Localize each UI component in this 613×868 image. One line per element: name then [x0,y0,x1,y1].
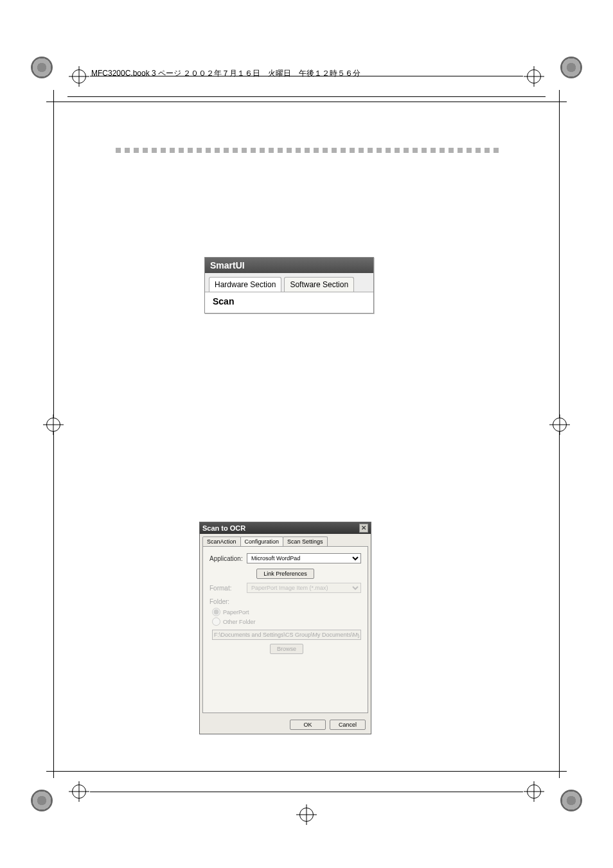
register-mark-icon [553,418,567,432]
cancel-button[interactable]: Cancel [330,720,366,730]
register-mark-icon [527,784,541,799]
smartui-window: SmartUI Hardware Section Software Sectio… [204,257,374,314]
folder-options: PaperPort Other Folder Browse [212,608,361,654]
register-mark-icon [72,784,86,799]
scan-to-ocr-dialog: Scan to OCR ✕ ScanAction Configuration S… [199,522,371,734]
register-mark-icon [299,808,314,822]
smartui-titlebar: SmartUI [205,258,373,273]
ok-button[interactable]: OK [290,720,326,730]
browse-button: Browse [270,644,303,654]
smartui-body-label: Scan [205,292,373,313]
application-label: Application: [209,555,243,562]
crop-line [46,102,567,102]
dialog-panel: Application: Microsoft WordPad Link Pref… [202,546,368,713]
dialog-titlebar: Scan to OCR ✕ [200,522,371,534]
crop-line [67,96,546,97]
register-mark-icon [72,69,86,84]
crop-hole-icon [560,790,582,811]
register-mark-icon [527,69,541,84]
smartui-tabstrip: Hardware Section Software Section [205,273,373,292]
tab-scanaction[interactable]: ScanAction [202,536,241,546]
close-button[interactable]: ✕ [359,524,368,533]
radio-paperport [212,608,220,616]
page-header-text: MFC3200C.book 3 ページ ２００２年７月１６日 火曜日 午後１２時… [91,68,360,79]
tab-hardware-section[interactable]: Hardware Section [209,277,281,292]
radio-other-folder [212,617,220,626]
crop-line [46,771,567,772]
dialog-tabstrip: ScanAction Configuration Scan Settings [200,534,371,546]
tab-scansettings[interactable]: Scan Settings [283,536,328,546]
format-label: Format: [209,585,243,592]
format-select: PaperPort Image Item (*.max) [247,583,361,593]
link-preferences-button[interactable]: Link Preferences [256,569,314,579]
crop-hole-icon [560,57,582,78]
register-mark-icon [46,418,60,432]
folder-label: Folder: [209,598,361,605]
crop-hole-icon [31,790,53,811]
application-select[interactable]: Microsoft WordPad [247,553,361,563]
section-divider [116,148,497,153]
crop-line [90,792,523,792]
crop-hole-icon [31,57,53,78]
dialog-title-text: Scan to OCR [202,524,245,532]
folder-path-input [212,630,361,640]
tab-configuration[interactable]: Configuration [240,536,284,546]
dialog-button-row: OK Cancel [200,716,371,734]
tab-software-section[interactable]: Software Section [284,277,354,292]
radio-paperport-label: PaperPort [223,609,249,616]
radio-other-folder-label: Other Folder [223,619,256,625]
